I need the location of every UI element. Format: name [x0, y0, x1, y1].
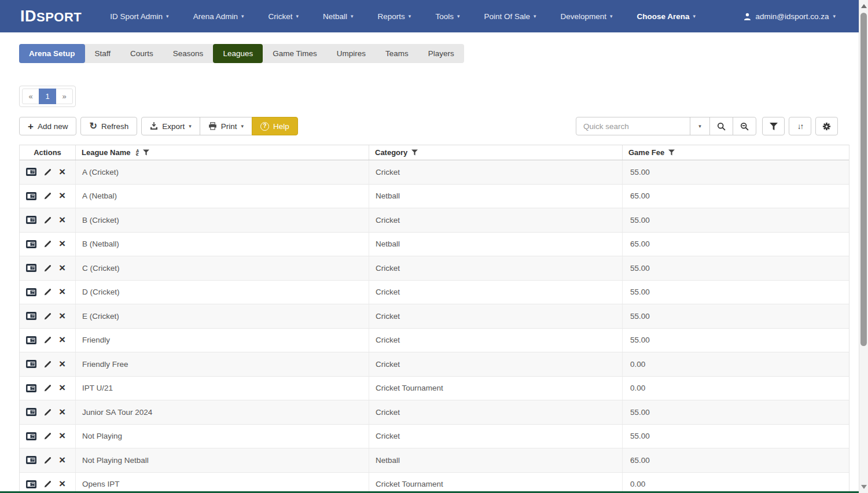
refresh-button[interactable]: ↻ Refresh: [80, 117, 137, 135]
delete-x-icon[interactable]: ×: [59, 166, 65, 177]
brand-logo[interactable]: IDSPORT: [20, 8, 82, 25]
brand-sport: SPORT: [36, 10, 82, 25]
edit-pencil-icon[interactable]: [44, 216, 52, 224]
tab-players[interactable]: Players: [418, 44, 464, 63]
edit-pencil-icon[interactable]: [44, 457, 52, 464]
nav-item-tools[interactable]: Tools ▾: [423, 0, 472, 32]
edit-pencil-icon[interactable]: [44, 336, 52, 344]
filter-funnel-icon[interactable]: [668, 149, 675, 156]
export-button[interactable]: Export ▾: [141, 117, 200, 135]
scrollbar-thumb[interactable]: [860, 13, 867, 346]
game-fee-cell: 0.00: [623, 473, 850, 493]
tab-seasons[interactable]: Seasons: [163, 44, 214, 63]
delete-x-icon[interactable]: ×: [59, 382, 65, 393]
edit-pencil-icon[interactable]: [44, 384, 52, 392]
pagination-prev-button[interactable]: «: [22, 89, 39, 104]
edit-pencil-icon[interactable]: [44, 168, 52, 176]
details-card-icon[interactable]: [26, 432, 36, 440]
user-account-menu[interactable]: admin@idsport.co.za ▾: [744, 12, 836, 21]
edit-pencil-icon[interactable]: [44, 360, 52, 368]
column-header-league-name[interactable]: League Name ↓ A Z: [76, 145, 369, 160]
delete-x-icon[interactable]: ×: [59, 334, 65, 345]
details-card-icon[interactable]: [26, 216, 36, 224]
delete-x-icon[interactable]: ×: [59, 238, 65, 249]
search-button[interactable]: [709, 117, 733, 135]
delete-x-icon[interactable]: ×: [59, 478, 65, 489]
search-options-dropdown-button[interactable]: ▾: [690, 117, 710, 135]
delete-x-icon[interactable]: ×: [59, 190, 65, 201]
tab-staff[interactable]: Staff: [85, 44, 121, 63]
delete-x-icon[interactable]: ×: [59, 406, 65, 417]
help-button[interactable]: ? Help: [252, 117, 298, 135]
add-new-button[interactable]: + Add new: [19, 117, 76, 135]
chevron-down-icon: ▾: [698, 124, 701, 129]
settings-button[interactable]: [815, 117, 838, 135]
edit-pencil-icon[interactable]: [44, 264, 52, 272]
edit-pencil-icon[interactable]: [44, 240, 52, 248]
delete-x-icon[interactable]: ×: [59, 358, 65, 369]
nav-item-cricket[interactable]: Cricket ▾: [256, 0, 311, 32]
nav-item-point-of-sale[interactable]: Point Of Sale ▾: [472, 0, 548, 32]
details-card-icon[interactable]: [26, 360, 36, 368]
edit-pencil-icon[interactable]: [44, 192, 52, 200]
category-cell: Cricket: [369, 329, 623, 352]
details-card-icon[interactable]: [26, 288, 36, 296]
print-button[interactable]: Print ▾: [200, 117, 252, 135]
nav-item-reports[interactable]: Reports ▾: [366, 0, 424, 32]
filter-funnel-icon[interactable]: [143, 149, 149, 156]
delete-x-icon[interactable]: ×: [59, 214, 65, 225]
tab-teams[interactable]: Teams: [376, 44, 418, 63]
delete-x-icon[interactable]: ×: [59, 262, 65, 273]
chevron-down-icon: ▾: [189, 124, 192, 129]
tab-leagues[interactable]: Leagues: [213, 44, 263, 63]
nav-item-choose-arena[interactable]: Choose Arena ▾: [625, 0, 708, 32]
edit-pencil-icon[interactable]: [44, 312, 52, 320]
tab-arena-setup[interactable]: Arena Setup: [19, 44, 85, 63]
sort-az-icon[interactable]: ↓ A Z: [135, 149, 139, 157]
scroll-up-arrow-icon[interactable]: [861, 4, 867, 8]
tab-courts[interactable]: Courts: [120, 44, 163, 63]
details-card-icon[interactable]: [26, 456, 36, 464]
details-card-icon[interactable]: [26, 264, 36, 272]
nav-item-development[interactable]: Development ▾: [549, 0, 625, 32]
league-name-cell: Not Playing: [76, 425, 369, 448]
details-card-icon[interactable]: [26, 240, 36, 248]
delete-x-icon[interactable]: ×: [59, 310, 65, 321]
delete-x-icon[interactable]: ×: [59, 430, 65, 441]
delete-x-icon[interactable]: ×: [59, 454, 65, 465]
column-header-category[interactable]: Category: [369, 145, 623, 160]
table-row: × Not Playing Netball Netball 65.00: [20, 448, 849, 473]
edit-pencil-icon[interactable]: [44, 432, 52, 440]
sort-button[interactable]: ↓↑: [789, 117, 811, 135]
pagination-next-button[interactable]: »: [56, 89, 73, 104]
category-cell: Netball: [369, 233, 623, 256]
nav-item-id-sport-admin[interactable]: ID Sport Admin ▾: [98, 0, 181, 32]
nav-item-netball[interactable]: Netball ▾: [311, 0, 366, 32]
pagination-page-1-button[interactable]: 1: [39, 89, 56, 104]
details-card-icon[interactable]: [26, 384, 36, 392]
clear-search-button[interactable]: [733, 117, 756, 135]
filter-button[interactable]: [762, 117, 785, 135]
actions-cell: ×: [20, 448, 76, 472]
nav-menu: ID Sport Admin ▾ Arena Admin ▾ Cricket ▾…: [98, 0, 708, 32]
delete-x-icon[interactable]: ×: [59, 286, 65, 297]
tab-umpires[interactable]: Umpires: [327, 44, 376, 63]
details-card-icon[interactable]: [26, 408, 36, 416]
scroll-down-arrow-icon[interactable]: [861, 485, 867, 489]
vertical-scrollbar[interactable]: [859, 0, 868, 493]
game-fee-cell: 55.00: [623, 400, 850, 424]
edit-pencil-icon[interactable]: [44, 288, 52, 296]
column-header-game-fee[interactable]: Game Fee: [623, 145, 850, 160]
details-card-icon[interactable]: [26, 168, 36, 176]
details-card-icon[interactable]: [26, 480, 36, 488]
details-card-icon[interactable]: [26, 336, 36, 344]
nav-item-arena-admin[interactable]: Arena Admin ▾: [181, 0, 256, 32]
chevron-down-icon: ▾: [693, 14, 696, 19]
edit-pencil-icon[interactable]: [44, 409, 52, 416]
tab-game-times[interactable]: Game Times: [263, 44, 327, 63]
edit-pencil-icon[interactable]: [44, 480, 52, 488]
filter-funnel-icon[interactable]: [411, 149, 418, 156]
details-card-icon[interactable]: [26, 312, 36, 320]
quick-search-input[interactable]: [576, 117, 690, 135]
details-card-icon[interactable]: [26, 192, 36, 200]
